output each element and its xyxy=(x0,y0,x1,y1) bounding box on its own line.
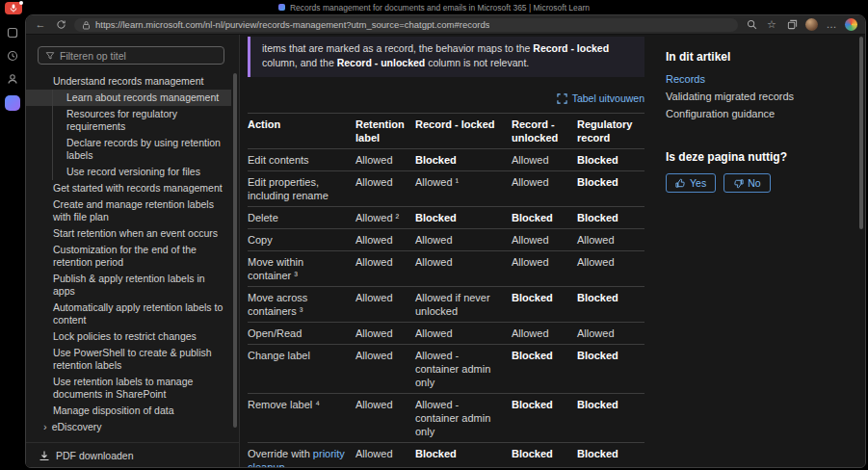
sidebar-item-label: Lock policies to restrict changes xyxy=(53,330,197,342)
search-icon[interactable] xyxy=(745,18,758,32)
sidebar-item[interactable]: Use PowerShell to create & publish reten… xyxy=(26,345,231,374)
actions-table: ActionRetention labelRecord - lockedReco… xyxy=(248,113,644,467)
text-segment: Blocked xyxy=(415,154,457,166)
table-cell: Blocked xyxy=(415,149,512,171)
sidebar-item-label: Get started with records management xyxy=(53,182,223,194)
text-segment: Change label xyxy=(248,350,310,361)
assistant-icon[interactable] xyxy=(5,95,20,111)
sidebar-item[interactable]: Publish & apply retention labels in apps xyxy=(26,271,231,300)
recording-dot xyxy=(19,1,23,5)
expand-icon xyxy=(557,93,567,104)
page-scrollbar[interactable] xyxy=(859,37,863,229)
text-segment: Allowed ¹ xyxy=(415,176,459,188)
text-segment: Blocked xyxy=(512,292,553,303)
expand-table-button[interactable]: Tabel uitvouwen xyxy=(557,92,644,104)
table-cell: Allowed xyxy=(577,251,644,287)
table-cell: Blocked xyxy=(512,207,577,229)
text-segment: Blocked xyxy=(577,448,618,459)
sidebar-item[interactable]: Customization for the end of the retenti… xyxy=(26,242,231,271)
pdf-download-button[interactable]: PDF downloaden xyxy=(26,442,239,467)
recording-indicator-icon[interactable] xyxy=(5,2,22,14)
sidebar-item[interactable]: Understand records management xyxy=(26,73,231,90)
sidebar-item[interactable]: Resources for regulatory requirements xyxy=(26,106,231,135)
text-segment: Allowed xyxy=(355,154,393,166)
text-segment: Allowed xyxy=(512,176,549,188)
table-cell: Allowed ¹ xyxy=(415,171,512,207)
table-row: CopyAllowedAllowedAllowedAllowed xyxy=(248,229,644,251)
table-cell: Blocked xyxy=(512,394,577,443)
table-cell: Move within container ³ xyxy=(248,251,355,287)
toc-links: RecordsValidating migrated recordsConfig… xyxy=(666,73,842,119)
more-menu-icon[interactable]: … xyxy=(825,18,838,32)
sidebar-item[interactable]: Get started with records management xyxy=(26,180,231,196)
toc-link[interactable]: Validating migrated records xyxy=(666,91,842,102)
text-segment: Blocked xyxy=(415,448,457,459)
address-field[interactable]: https://learn.microsoft.com/nl-nl/purvie… xyxy=(74,18,738,32)
tabs-icon[interactable] xyxy=(785,18,799,32)
back-icon[interactable]: ← xyxy=(34,18,47,32)
pdf-download-label: PDF downloaden xyxy=(56,450,134,461)
actions-table-head-row: ActionRetention labelRecord - lockedReco… xyxy=(248,114,644,149)
avatar[interactable] xyxy=(805,18,818,31)
table-cell: Edit properties, including rename xyxy=(248,171,355,207)
feedback-no-button[interactable]: No xyxy=(723,173,770,193)
history-clock-icon[interactable] xyxy=(6,49,19,63)
sidebar-item[interactable]: Use retention labels to manage documents… xyxy=(26,374,231,403)
expand-table-label: Tabel uitvouwen xyxy=(572,92,644,104)
sidebar-scrollbar[interactable] xyxy=(233,73,237,428)
text-segment: Blocked xyxy=(577,350,618,361)
sidebar-item-label: Start retention when an event occurs xyxy=(53,227,218,239)
toc-link[interactable]: Records xyxy=(666,73,842,85)
filter-input[interactable] xyxy=(60,50,217,62)
sidebar-item[interactable]: Start retention when an event occurs xyxy=(26,225,231,242)
table-cell: Allowed xyxy=(512,171,577,207)
filter-box xyxy=(38,46,224,65)
table-cell: Allowed - container admin only xyxy=(415,345,512,394)
window-titlebar: Records management for documents and ema… xyxy=(0,0,868,14)
url-text: https://learn.microsoft.com/nl-nl/purvie… xyxy=(95,19,489,30)
table-cell: Blocked xyxy=(577,207,644,229)
text-segment: Blocked xyxy=(512,350,553,361)
table-row: Move across containers ³AllowedAllowed i… xyxy=(248,287,644,323)
new-window-icon[interactable] xyxy=(6,26,19,39)
thumb-up-icon xyxy=(675,178,686,189)
profile-person-icon[interactable] xyxy=(6,72,19,86)
filter-icon xyxy=(45,51,55,61)
profile-badge-icon[interactable] xyxy=(845,18,857,31)
table-cell: Allowed xyxy=(355,443,415,468)
sidebar-item-label: Use retention labels to manage documents… xyxy=(53,376,193,400)
feedback-yes-button[interactable]: Yes xyxy=(666,173,716,193)
table-cell: Blocked xyxy=(415,207,512,229)
sidebar-item[interactable]: ›eDiscovery xyxy=(26,419,231,435)
refresh-icon[interactable] xyxy=(54,18,67,32)
table-cell: Allowed xyxy=(415,251,512,287)
table-cell: Delete xyxy=(248,207,355,229)
expand-table-row: Tabel uitvouwen xyxy=(248,92,644,104)
table-cell: Allowed - container admin only xyxy=(415,394,512,443)
sidebar-item[interactable]: Declare records by using retention label… xyxy=(26,135,231,164)
table-cell: Blocked xyxy=(415,443,512,468)
lock-icon xyxy=(82,20,91,30)
toc-link[interactable]: Configuration guidance xyxy=(666,108,842,119)
sidebar-item[interactable]: Lock policies to restrict changes xyxy=(26,328,231,345)
table-row: Open/ReadAllowedAllowedAllowedAllowed xyxy=(248,323,644,345)
table-cell: Allowed xyxy=(355,149,415,171)
table-row: Remove label ⁴AllowedAllowed - container… xyxy=(248,394,644,443)
column-header: Record - unlocked xyxy=(512,114,577,149)
browser-side-rail xyxy=(0,14,25,470)
sidebar-item[interactable]: Learn about records management xyxy=(26,90,231,106)
table-cell: Allowed if never unlocked xyxy=(415,287,512,323)
sidebar-item[interactable]: Automatically apply retention labels to … xyxy=(26,300,231,328)
sidebar-item[interactable]: Create and manage retention labels with … xyxy=(26,196,231,225)
sidebar-item-label: Use PowerShell to create & publish reten… xyxy=(53,347,212,371)
text-segment: column is not relevant. xyxy=(425,57,529,68)
table-cell: Blocked xyxy=(577,287,644,323)
table-row: Move within container ³AllowedAllowedAll… xyxy=(248,251,644,287)
text-segment: Allowed xyxy=(512,256,549,268)
bookmark-star-icon[interactable]: ☆ xyxy=(765,18,778,32)
sidebar-item[interactable]: Use record versioning for files xyxy=(26,164,231,180)
chevron-right-icon: › xyxy=(43,421,47,433)
table-cell: Allowed xyxy=(577,229,644,251)
table-cell: Blocked xyxy=(577,149,644,171)
sidebar-item[interactable]: Manage disposition of data xyxy=(26,403,231,419)
